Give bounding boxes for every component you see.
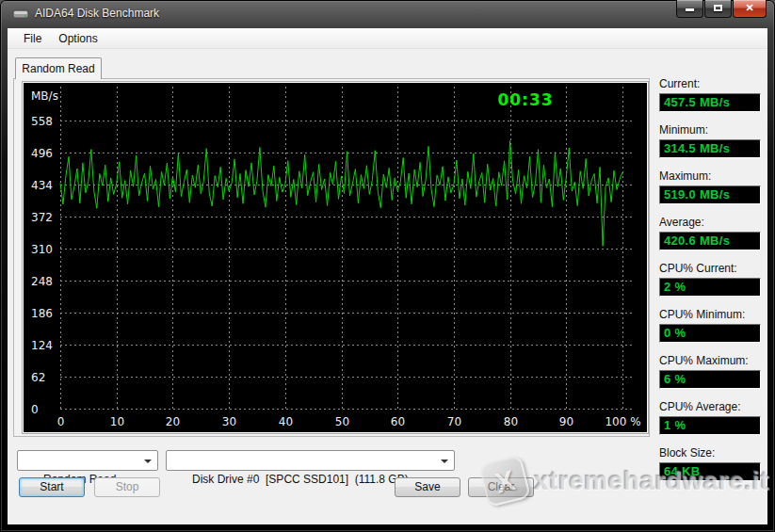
drive-select[interactable]: Disk Drive #0 [SPCC SSD101] (111.8 GB) bbox=[166, 450, 455, 471]
stat-value: 0 % bbox=[659, 324, 761, 343]
stat-value: 457.5 MB/s bbox=[659, 93, 761, 112]
svg-text:70: 70 bbox=[447, 415, 461, 428]
start-button[interactable]: Start bbox=[19, 477, 85, 497]
svg-text:60: 60 bbox=[391, 415, 405, 428]
test-type-select[interactable]: Random Read bbox=[17, 450, 158, 471]
svg-text:50: 50 bbox=[335, 415, 349, 428]
elapsed-time: 00:33 bbox=[497, 90, 553, 109]
benchmark-chart: 0621241862483103724344965580102030405060… bbox=[24, 83, 647, 432]
svg-text:80: 80 bbox=[504, 415, 518, 428]
svg-text:372: 372 bbox=[31, 211, 53, 224]
stat-label: Maximum: bbox=[659, 169, 763, 183]
svg-text:62: 62 bbox=[31, 371, 45, 384]
stop-button: Stop bbox=[94, 477, 160, 497]
stat-value: 6 % bbox=[659, 370, 761, 389]
minimize-button[interactable] bbox=[676, 0, 703, 18]
stat-label: Current: bbox=[659, 77, 763, 90]
svg-text:558: 558 bbox=[31, 115, 53, 128]
stat-value: 314.5 MB/s bbox=[659, 139, 761, 158]
save-button[interactable]: Save bbox=[395, 477, 460, 497]
stat-label: Average: bbox=[659, 216, 763, 229]
disk-icon bbox=[12, 8, 29, 20]
menu-item-file[interactable]: File bbox=[15, 29, 50, 48]
svg-text:MB/s: MB/s bbox=[31, 89, 58, 103]
stat-label: CPU% Maximum: bbox=[659, 354, 763, 367]
svg-text:10: 10 bbox=[110, 415, 124, 428]
client-area: FileOptions Random Read 0621241862483103… bbox=[8, 28, 767, 524]
maximize-button[interactable] bbox=[704, 0, 732, 18]
svg-text:90: 90 bbox=[559, 415, 573, 428]
stat-label: Minimum: bbox=[659, 123, 763, 137]
stat-value: 519.0 MB/s bbox=[659, 185, 761, 204]
stats-panel: Current:457.5 MB/sMinimum:314.5 MB/sMaxi… bbox=[659, 77, 763, 492]
menu-item-options[interactable]: Options bbox=[50, 29, 105, 48]
svg-text:496: 496 bbox=[31, 147, 53, 160]
svg-text:30: 30 bbox=[222, 415, 236, 428]
svg-text:40: 40 bbox=[279, 415, 293, 428]
svg-text:100 %: 100 % bbox=[605, 415, 640, 428]
stat-value: 64 KB bbox=[659, 462, 761, 481]
tab-random-read[interactable]: Random Read bbox=[15, 57, 102, 79]
close-icon: ✕ bbox=[745, 2, 753, 13]
stat-label: CPU% Current: bbox=[659, 262, 763, 275]
chevron-down-icon bbox=[441, 459, 448, 463]
title-bar[interactable]: AIDA64 Disk Benchmark ✕ bbox=[0, 0, 775, 28]
svg-text:124: 124 bbox=[31, 339, 53, 352]
chart-panel: 0621241862483103724344965580102030405060… bbox=[23, 82, 648, 433]
svg-text:186: 186 bbox=[31, 307, 53, 320]
drive-value: Disk Drive #0 [SPCC SSD101] (111.8 GB) bbox=[192, 473, 409, 486]
close-button[interactable]: ✕ bbox=[733, 0, 767, 18]
svg-text:248: 248 bbox=[31, 275, 53, 288]
stat-label: Block Size: bbox=[659, 446, 763, 459]
svg-text:20: 20 bbox=[166, 415, 180, 428]
menu-bar: FileOptions bbox=[8, 28, 767, 49]
minimize-icon bbox=[686, 8, 694, 11]
app-window: AIDA64 Disk Benchmark ✕ FileOptions Rand… bbox=[0, 0, 775, 532]
svg-text:0: 0 bbox=[31, 403, 39, 416]
chevron-down-icon bbox=[144, 459, 152, 463]
svg-text:434: 434 bbox=[31, 179, 53, 192]
stat-value: 2 % bbox=[659, 278, 761, 297]
svg-text:310: 310 bbox=[31, 243, 53, 256]
maximize-icon bbox=[714, 5, 722, 11]
stat-label: CPU% Minimum: bbox=[659, 308, 763, 321]
svg-text:0: 0 bbox=[57, 415, 65, 428]
stat-value: 420.6 MB/s bbox=[659, 232, 761, 250]
window-title: AIDA64 Disk Benchmark bbox=[35, 7, 159, 20]
stat-label: CPU% Average: bbox=[659, 400, 763, 413]
clear-button[interactable]: Clear bbox=[468, 477, 534, 497]
stat-value: 1 % bbox=[659, 416, 761, 435]
